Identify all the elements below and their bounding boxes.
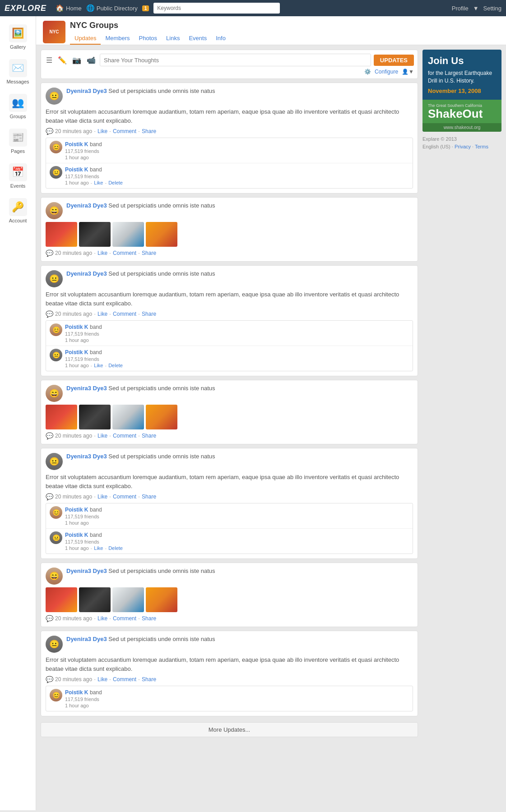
post-2-comment[interactable]: Comment [113,250,136,256]
post-6-like[interactable]: Like [97,615,107,622]
photo-6-2[interactable] [79,587,111,612]
settings-link[interactable]: Setting [483,5,501,12]
post-5-share[interactable]: Share [142,494,156,500]
sidebar-item-messages[interactable]: ✉️ Messages [2,55,34,88]
search-input[interactable] [153,3,280,14]
tab-info[interactable]: Info [211,32,230,45]
tab-photos[interactable]: Photos [135,32,162,45]
post-3-author[interactable]: Dyenira3 Dye3 [66,270,107,277]
photo-6-4[interactable] [146,587,177,612]
nav-home[interactable]: 🏠 Home [56,4,82,12]
comment-3-2-like[interactable]: Like [94,363,103,368]
comment-1-2-like[interactable]: Like [94,180,103,185]
photo-4-1[interactable] [46,405,77,429]
gallery-icon: 🖼️ [9,24,27,42]
post-4-author[interactable]: Dyenira3 Dye3 [66,385,107,392]
notifications-badge[interactable]: 1 [142,5,149,11]
tab-updates[interactable]: Updates [70,32,101,45]
ad-logo-icon: The Great Southern California ShakeOut [428,103,483,120]
sidebar-item-events[interactable]: 📅 Events [2,160,34,192]
video-icon[interactable]: 📹 [85,55,97,66]
sidebar-item-pages[interactable]: 📰 Pages [2,125,34,157]
post-7-author[interactable]: Dyenira3 Dye3 [66,636,107,642]
post-2-like[interactable]: Like [97,250,107,256]
comment-1-1-author[interactable]: Poistik K [65,141,88,148]
tab-links[interactable]: Links [162,32,184,45]
brand-logo[interactable]: EXPLORE [5,4,46,13]
comment-1-2-author[interactable]: Poistik K [65,166,88,173]
comment-5-2-like[interactable]: Like [94,545,103,551]
dropdown-icon[interactable]: ▼ [473,5,479,12]
comment-5-1-author[interactable]: Poistik K [65,507,88,513]
post-4-share[interactable]: Share [142,433,156,439]
comment-7-1-author[interactable]: Poistik K [65,689,88,696]
post-1-like[interactable]: Like [97,128,107,134]
shakeout-logo: ShakeOut [428,108,483,120]
post-2-share[interactable]: Share [142,250,156,256]
comment-1-2-delete[interactable]: Delete [108,180,123,185]
post-7-like[interactable]: Like [97,676,107,683]
post-7-share[interactable]: Share [142,676,156,683]
comment-3-2-delete[interactable]: Delete [108,363,123,368]
footer-terms[interactable]: Terms [475,144,488,149]
configure-link[interactable]: Configure [375,69,398,75]
photo-1[interactable] [46,222,77,247]
pencil-icon[interactable]: ✏️ [56,55,68,66]
comment-1-1-type: band [90,141,102,148]
sidebar-label-gallery: Gallery [10,44,26,50]
comment-5-2-author[interactable]: Poistik K [65,532,88,538]
post-3-share[interactable]: Share [142,311,156,317]
sidebar-item-gallery[interactable]: 🖼️ Gallery [2,21,34,53]
composer-input[interactable] [100,54,371,66]
menu-icon[interactable]: ☰ [45,55,54,66]
sidebar-item-account[interactable]: 🔑 Account [2,194,34,227]
photo-6-1[interactable] [46,587,77,612]
photo-4-2[interactable] [79,405,111,429]
camera-icon[interactable]: 📷 [71,55,83,66]
comment-5-1: 😊 Poistik K band 117,519 friends 1 hour … [46,503,413,529]
post-5-comments: 😊 Poistik K band 117,519 friends 1 hour … [46,503,413,554]
post-6-author[interactable]: Dyenira3 Dye3 [66,567,107,574]
profile-link[interactable]: Profile [452,5,469,12]
post-5-like[interactable]: Like [97,494,107,500]
comment-3-1-author[interactable]: Poistik K [65,324,88,330]
sidebar-item-groups[interactable]: 👥 Groups [2,90,34,123]
updates-button[interactable]: UPDATES [374,55,414,66]
post-2: 😄 Dyenira3 Dye3 Sed ut perspiciatis unde… [41,197,418,262]
post-1-text-inline: Sed ut perspiciatis unde omnis iste natu… [108,88,215,94]
photo-4[interactable] [146,222,177,247]
post-5-actions: 💬 20 minutes ago - Like - Comment - Shar… [46,493,413,500]
tab-events[interactable]: Events [184,32,211,45]
photo-4-3[interactable] [112,405,144,429]
photo-6-3[interactable] [112,587,144,612]
photo-4-4[interactable] [146,405,177,429]
post-6-share[interactable]: Share [142,615,156,622]
photo-2[interactable] [79,222,111,247]
gear-icon: ⚙️ [364,69,371,75]
comment-1-2-time: 1 hour ago [65,180,89,185]
post-3-comment[interactable]: Comment [113,311,136,317]
post-5-author[interactable]: Dyenira3 Dye3 [66,453,107,460]
people-icon[interactable]: 👤▼ [402,69,414,75]
post-1-author[interactable]: Dyenira3 Dye3 [66,88,107,94]
post-3-like[interactable]: Like [97,311,107,317]
comment-1-1: 😊 Poistik K band 117,519 friends 1 hour … [46,138,413,163]
comment-5-2-delete[interactable]: Delete [108,545,123,551]
post-2-author[interactable]: Dyenira3 Dye3 [66,202,107,209]
post-6-comment[interactable]: Comment [113,615,136,622]
post-7-comment[interactable]: Comment [113,676,136,683]
footer-privacy[interactable]: Privacy [455,144,471,149]
comment-3-2: 😐 Poistik K band 117,519 friends 1 hour … [46,346,413,371]
post-1-comment[interactable]: Comment [113,128,136,134]
nav-public-directory[interactable]: 🌐 Public Directory [86,4,138,12]
post-4-like[interactable]: Like [97,433,107,439]
more-updates-button[interactable]: More Updates... [41,722,418,737]
comment-3-2-author[interactable]: Poistik K [65,349,88,355]
photo-3[interactable] [112,222,144,247]
post-4-comment[interactable]: Comment [113,433,136,439]
post-1-share[interactable]: Share [142,128,156,134]
post-5-comment[interactable]: Comment [113,494,136,500]
comment-5-2-meta: 117,519 friends [65,539,409,544]
tab-members[interactable]: Members [101,32,134,45]
comment-7-1: 😊 Poistik K band 117,519 friends 1 hour … [46,686,413,711]
